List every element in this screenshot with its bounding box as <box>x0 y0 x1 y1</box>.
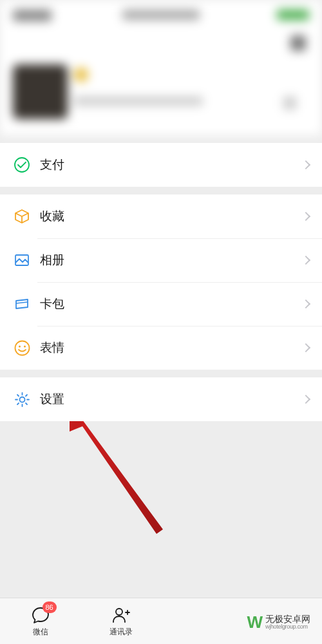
svg-point-5 <box>19 397 24 402</box>
section-settings: 设置 <box>0 377 322 421</box>
svg-point-3 <box>19 345 21 347</box>
svg-point-0 <box>15 158 29 172</box>
tab-hidden-1[interactable] <box>161 598 242 644</box>
section-pay: 支付 <box>0 143 322 187</box>
menu-label: 收藏 <box>40 208 303 225</box>
tab-contacts[interactable]: 通讯录 <box>80 598 161 644</box>
annotation-arrow <box>70 421 173 550</box>
menu-item-favorites[interactable]: 收藏 <box>0 194 322 238</box>
chevron-right-icon <box>301 395 310 404</box>
chevron-right-icon <box>301 212 310 221</box>
menu-label: 支付 <box>40 156 303 173</box>
chevron-right-icon <box>301 160 310 169</box>
menu-item-settings[interactable]: 设置 <box>0 377 322 421</box>
menu-item-sticker[interactable]: 表情 <box>0 326 322 370</box>
menu-item-album[interactable]: 相册 <box>0 238 322 282</box>
svg-point-4 <box>24 345 26 347</box>
svg-point-6 <box>116 609 122 615</box>
section-collection: 收藏 相册 卡包 表情 <box>0 194 322 370</box>
settings-icon <box>13 390 31 408</box>
svg-point-2 <box>15 341 29 355</box>
tab-wechat[interactable]: 86 微信 <box>0 598 80 644</box>
watermark-icon: W <box>247 612 261 632</box>
chevron-right-icon <box>301 256 310 265</box>
menu-item-pay[interactable]: 支付 <box>0 143 322 187</box>
menu-item-cards[interactable]: 卡包 <box>0 282 322 326</box>
tab-label: 微信 <box>33 627 48 638</box>
chevron-right-icon <box>301 299 310 308</box>
gap-area <box>0 421 322 627</box>
pay-icon <box>13 156 31 174</box>
tab-label: 通讯录 <box>109 627 133 638</box>
menu-label: 设置 <box>40 391 303 408</box>
watermark-title: 无极安卓网 <box>265 614 310 624</box>
watermark-logo: W 无极安卓网 wjhotelgroup.com <box>247 612 310 632</box>
badge: 86 <box>43 601 57 613</box>
favorites-icon <box>13 207 31 225</box>
menu-label: 表情 <box>40 339 303 356</box>
profile-header <box>0 0 322 135</box>
contacts-icon <box>111 606 131 624</box>
album-icon <box>13 251 31 269</box>
chevron-right-icon <box>301 343 310 352</box>
cards-icon <box>13 295 31 313</box>
menu-label: 卡包 <box>40 296 303 312</box>
watermark-url: wjhotelgroup.com <box>265 624 310 630</box>
sticker-icon <box>13 339 31 357</box>
menu-label: 相册 <box>40 252 303 269</box>
